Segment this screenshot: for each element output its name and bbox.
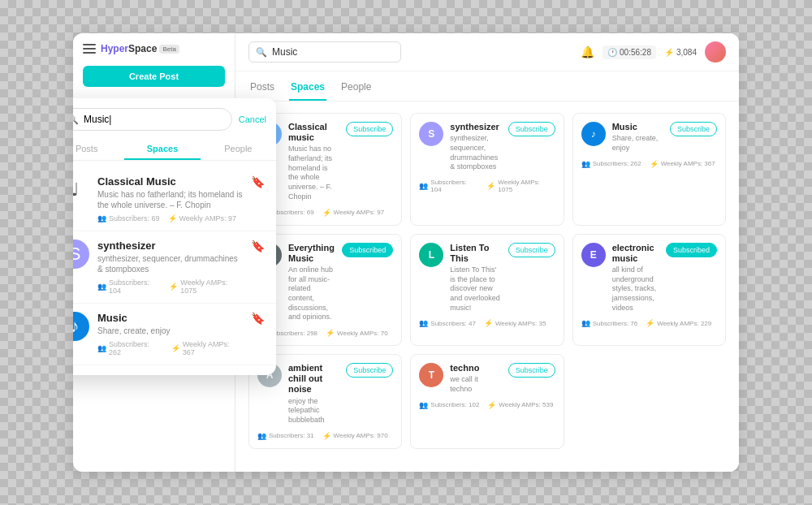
amps-label: Weekly AMPs: 70: [337, 330, 388, 337]
mobile-list: ♩ Classical Music Music has no fatherlan…: [73, 167, 276, 365]
mobile-list-item[interactable]: ♩ Classical Music Music has no fatherlan…: [73, 167, 276, 231]
mobile-amps-stat: ⚡ Weekly AMPs: 1075: [169, 278, 243, 295]
mobile-subscribers-value: Subscribers: 69: [109, 214, 160, 222]
mobile-item-stats: 👥 Subscribers: 69 ⚡ Weekly AMPs: 97: [97, 214, 243, 222]
space-desc: Share, create, enjoy: [612, 134, 663, 153]
mobile-subscribers-stat: 👥 Subscribers: 262: [97, 340, 163, 356]
space-card-header: ♪ Music Share, create, enjoy Subscribe: [581, 122, 717, 153]
mobile-search-icon: 🔍: [73, 114, 79, 125]
space-name: Everything Music: [288, 243, 335, 264]
mobile-search-box[interactable]: 🔍: [73, 108, 232, 131]
weekly-amps-stat: ⚡ Weekly AMPs: 970: [322, 432, 388, 440]
mobile-list-item[interactable]: S synthesizer synthesizer, sequencer, dr…: [73, 231, 276, 304]
space-info: electronic music all kind of underground…: [612, 243, 659, 313]
mobile-subscribers-value: Subscribers: 104: [109, 278, 161, 295]
space-card: E electronic music all kind of undergrou…: [572, 234, 726, 347]
mobile-cancel-button[interactable]: Cancel: [239, 114, 266, 124]
mobile-subscribers-value: Subscribers: 262: [109, 340, 163, 356]
amps-icon: ⚡: [487, 401, 496, 409]
mobile-amps-value: Weekly AMPs: 97: [179, 214, 236, 222]
weekly-amps-stat: ⚡ Weekly AMPs: 367: [650, 160, 715, 168]
amps-label: Weekly AMPs: 539: [499, 401, 553, 408]
bookmark-icon[interactable]: 🔖: [251, 175, 265, 188]
mobile-avatar: S: [73, 240, 89, 269]
mobile-amps-stat: ⚡ Weekly AMPs: 367: [171, 340, 243, 356]
clock-icon: 🕐: [607, 48, 617, 57]
amps-icon: ⚡: [322, 209, 331, 217]
logo-space: Space: [128, 43, 157, 54]
top-bar-right: 🔔 🕐 00:56:28 ⚡ 3,084: [581, 41, 726, 63]
space-card-header: S synthesizer synthesizer, sequencer, dr…: [419, 122, 555, 172]
mobile-item-name: Music: [97, 312, 243, 324]
space-info: Music Share, create, enjoy: [612, 122, 663, 153]
subscribers-stat: 👥 Subscribers: 102: [419, 401, 479, 409]
search-input[interactable]: [272, 46, 394, 58]
space-card-header: E electronic music all kind of undergrou…: [581, 243, 717, 313]
mobile-item-stats: 👥 Subscribers: 262 ⚡ Weekly AMPs: 367: [97, 340, 243, 356]
subscribe-button[interactable]: Subscribe: [508, 122, 555, 136]
mobile-tab-people[interactable]: People: [201, 139, 276, 160]
subscribers-stat: 👥 Subscribers: 262: [581, 160, 641, 168]
search-box[interactable]: 🔍: [248, 41, 401, 63]
subscribers-label: Subscribers: 31: [269, 432, 314, 439]
mobile-tab-posts[interactable]: Posts: [73, 139, 124, 160]
subscribers-icon: 👥: [419, 182, 428, 190]
weekly-amps-stat: ⚡ Weekly AMPs: 97: [322, 209, 385, 217]
space-info: Everything Music An online hub for all m…: [288, 243, 335, 323]
subscribe-button[interactable]: Subscribe: [508, 243, 555, 257]
create-post-button[interactable]: Create Post: [83, 66, 225, 87]
subscribe-button[interactable]: Subscribed: [342, 243, 393, 257]
mobile-item-name: synthesizer: [97, 240, 243, 252]
sidebar-header: HyperSpace Beta: [73, 43, 235, 63]
space-card: L Listen To This Listen To This' is the …: [410, 234, 564, 347]
space-name: Listen To This: [450, 243, 501, 264]
space-card: ♪ Music Share, create, enjoy Subscribe 👥…: [572, 113, 726, 226]
mobile-amps-icon: ⚡: [169, 283, 178, 291]
amps-icon: ⚡: [650, 160, 659, 168]
mobile-avatar: ♪: [73, 312, 89, 341]
amps-label: Weekly AMPs: 35: [495, 320, 546, 327]
subscribers-label: Subscribers: 262: [593, 160, 641, 167]
space-desc: Listen To This' is the place to discover…: [450, 265, 501, 313]
mobile-item-desc: Share, create, enjoy: [97, 326, 243, 336]
subscribers-label: Subscribers: 102: [430, 401, 479, 408]
mobile-search-input[interactable]: [84, 114, 223, 125]
subscribers-icon: 👥: [257, 432, 266, 440]
mobile-subscribers-stat: 👥 Subscribers: 69: [97, 214, 160, 222]
mobile-amps-value: Weekly AMPs: 367: [183, 340, 243, 356]
amps-label: Weekly AMPs: 970: [334, 432, 388, 439]
mobile-tab-spaces[interactable]: Spaces: [124, 139, 200, 160]
hamburger-icon[interactable]: [83, 44, 96, 54]
subscribers-stat: 👥 Subscribers: 76: [581, 319, 638, 327]
space-card-header: ♩ Classical music Music has no fatherlan…: [257, 122, 393, 202]
user-avatar[interactable]: [705, 41, 726, 63]
mobile-amps-value: Weekly AMPs: 1075: [180, 278, 243, 295]
mobile-avatar: ♩: [73, 175, 89, 205]
bookmark-icon[interactable]: 🔖: [251, 312, 265, 325]
top-bar: 🔍 🔔 🕐 00:56:28 ⚡ 3,084: [235, 33, 739, 71]
subscribe-button[interactable]: Subscribed: [666, 243, 717, 257]
mobile-item-info: Classical Music Music has no fatherland;…: [97, 175, 243, 222]
amps-label: Weekly AMPs: 367: [661, 160, 715, 167]
subscribers-label: Subscribers: 76: [593, 320, 638, 327]
space-name: techno: [450, 363, 501, 373]
subscribe-button[interactable]: Subscribe: [670, 122, 717, 136]
subscribe-button[interactable]: Subscribe: [346, 122, 393, 136]
bookmark-icon[interactable]: 🔖: [251, 240, 265, 252]
subscribe-button[interactable]: Subscribe: [508, 363, 555, 378]
amp-count: ⚡ 3,084: [664, 48, 697, 57]
amps-label: Weekly AMPs: 1075: [498, 179, 555, 193]
amps-icon: ⚡: [322, 432, 331, 440]
subscribers-label: Subscribers: 47: [430, 320, 476, 327]
main-window: HyperSpace Beta Create Post MENU 🏠 Home …: [73, 33, 739, 472]
spaces-grid: ♩ Classical music Music has no fatherlan…: [235, 101, 739, 472]
space-stats: 👥 Subscribers: 76 ⚡ Weekly AMPs: 229: [581, 319, 717, 327]
tab-posts[interactable]: Posts: [248, 78, 276, 101]
mobile-list-item[interactable]: ♪ Music Share, create, enjoy 👥 Subscribe…: [73, 304, 276, 365]
notification-icon[interactable]: 🔔: [581, 45, 594, 58]
subscribers-stat: 👥 Subscribers: 47: [419, 319, 476, 327]
tab-people[interactable]: People: [339, 78, 373, 101]
subscribe-button[interactable]: Subscribe: [346, 363, 393, 378]
tab-spaces[interactable]: Spaces: [289, 78, 326, 101]
space-card: S synthesizer synthesizer, sequencer, dr…: [410, 113, 564, 226]
